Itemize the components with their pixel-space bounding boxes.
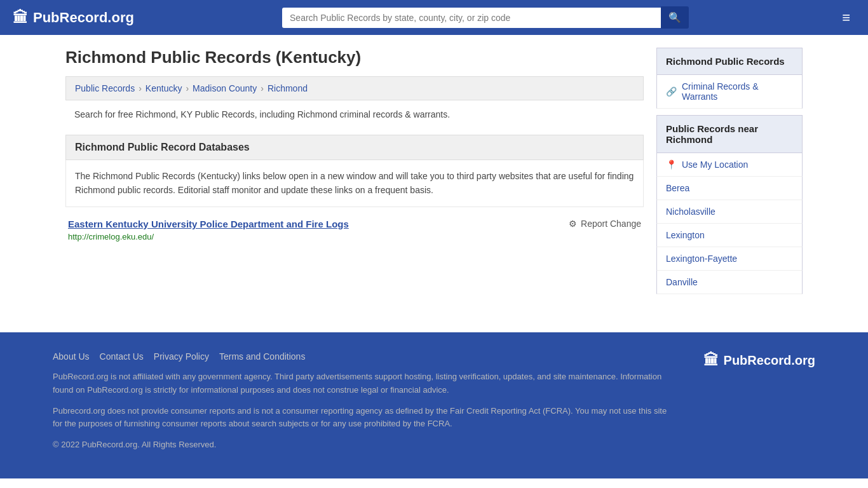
breadcrumb-kentucky[interactable]: Kentucky bbox=[146, 83, 182, 93]
footer-logo-icon: 🏛 bbox=[703, 351, 719, 369]
footer-about-link[interactable]: About Us bbox=[53, 351, 90, 362]
left-content: Richmond Public Records (Kentucky) Publi… bbox=[65, 48, 644, 301]
footer-logo-text: PubRecord.org bbox=[724, 353, 815, 368]
sidebar-main-title: Richmond Public Records bbox=[656, 48, 803, 75]
record-entry: Eastern Kentucky University Police Depar… bbox=[65, 219, 644, 241]
footer-copyright: © 2022 PubRecord.org. All Rights Reserve… bbox=[53, 438, 678, 452]
breadcrumb-sep-2: › bbox=[186, 83, 189, 93]
site-header: 🏛 PubRecord.org 🔍 ≡ bbox=[0, 0, 868, 35]
report-change-label: Report Change bbox=[581, 219, 641, 229]
sidebar-main-section: Richmond Public Records 🔗 Criminal Recor… bbox=[656, 48, 803, 109]
location-icon: 📍 bbox=[666, 159, 677, 170]
nearby-lexington-fayette-link[interactable]: Lexington-Fayette bbox=[666, 254, 737, 264]
nearby-lexington-link[interactable]: Lexington bbox=[666, 230, 705, 240]
search-icon: 🔍 bbox=[668, 12, 681, 23]
page-description: Search for free Richmond, KY Public Reco… bbox=[65, 100, 644, 128]
record-url: http://crimelog.eku.edu/ bbox=[68, 232, 641, 241]
footer-contact-link[interactable]: Contact Us bbox=[100, 351, 144, 362]
menu-icon: ≡ bbox=[842, 10, 850, 25]
footer-disclaimer-1: PubRecord.org is not affiliated with any… bbox=[53, 370, 678, 397]
sidebar-nearby-lexington[interactable]: Lexington bbox=[656, 224, 803, 247]
footer-terms-link[interactable]: Terms and Conditions bbox=[219, 351, 305, 362]
logo-text: PubRecord.org bbox=[33, 10, 134, 26]
menu-button[interactable]: ≡ bbox=[837, 7, 855, 29]
footer-logo[interactable]: 🏛 PubRecord.org bbox=[703, 351, 815, 369]
sidebar-nearby-title: Public Records near Richmond bbox=[656, 115, 803, 153]
footer-disclaimer-2: Pubrecord.org does not provide consumer … bbox=[53, 405, 678, 431]
databases-body: The Richmond Public Records (Kentucky) l… bbox=[65, 160, 644, 207]
footer-links: About Us Contact Us Privacy Policy Terms… bbox=[53, 351, 678, 362]
sidebar-use-location[interactable]: 📍 Use My Location bbox=[656, 153, 803, 177]
breadcrumb: Public Records › Kentucky › Madison Coun… bbox=[65, 76, 644, 100]
breadcrumb-richmond[interactable]: Richmond bbox=[268, 83, 308, 93]
nearby-danville-link[interactable]: Danville bbox=[666, 277, 698, 287]
logo-icon: 🏛 bbox=[13, 9, 28, 27]
nearby-nicholasville-link[interactable]: Nicholasville bbox=[666, 207, 715, 217]
search-button[interactable]: 🔍 bbox=[661, 6, 689, 29]
description-text: Search for free Richmond, KY Public Reco… bbox=[74, 109, 450, 119]
footer-inner: About Us Contact Us Privacy Policy Terms… bbox=[53, 351, 815, 459]
sidebar-nearby-section: Public Records near Richmond 📍 Use My Lo… bbox=[656, 115, 803, 294]
databases-heading: Richmond Public Record Databases bbox=[65, 135, 644, 160]
main-container: Richmond Public Records (Kentucky) Publi… bbox=[53, 35, 815, 313]
footer-right: 🏛 PubRecord.org bbox=[703, 351, 815, 459]
sidebar-criminal-records[interactable]: 🔗 Criminal Records & Warrants bbox=[656, 75, 803, 109]
sidebar-nearby-danville[interactable]: Danville bbox=[656, 271, 803, 294]
sidebar-nearby-nicholasville[interactable]: Nicholasville bbox=[656, 200, 803, 224]
search-container: 🔍 bbox=[282, 6, 689, 29]
sidebar-nearby-lexington-fayette[interactable]: Lexington-Fayette bbox=[656, 247, 803, 271]
breadcrumb-sep-3: › bbox=[261, 83, 264, 93]
site-footer: About Us Contact Us Privacy Policy Terms… bbox=[0, 332, 868, 478]
breadcrumb-madison-county[interactable]: Madison County bbox=[193, 83, 257, 93]
breadcrumb-sep-1: › bbox=[139, 83, 142, 93]
report-change-button[interactable]: ⚙ Report Change bbox=[569, 219, 641, 229]
record-link-row: Eastern Kentucky University Police Depar… bbox=[68, 219, 641, 229]
search-input[interactable] bbox=[282, 8, 661, 28]
footer-privacy-link[interactable]: Privacy Policy bbox=[154, 351, 209, 362]
right-sidebar: Richmond Public Records 🔗 Criminal Recor… bbox=[656, 48, 803, 301]
record-title-link[interactable]: Eastern Kentucky University Police Depar… bbox=[68, 219, 349, 229]
report-change-icon: ⚙ bbox=[569, 219, 577, 229]
footer-left: About Us Contact Us Privacy Policy Terms… bbox=[53, 351, 678, 459]
use-location-link[interactable]: Use My Location bbox=[682, 159, 748, 170]
page-title: Richmond Public Records (Kentucky) bbox=[65, 48, 644, 67]
link-icon: 🔗 bbox=[666, 86, 677, 97]
sidebar-nearby-berea[interactable]: Berea bbox=[656, 177, 803, 200]
breadcrumb-public-records[interactable]: Public Records bbox=[75, 83, 135, 93]
criminal-records-link[interactable]: Criminal Records & Warrants bbox=[682, 81, 793, 102]
site-logo[interactable]: 🏛 PubRecord.org bbox=[13, 9, 134, 27]
nearby-berea-link[interactable]: Berea bbox=[666, 183, 689, 193]
